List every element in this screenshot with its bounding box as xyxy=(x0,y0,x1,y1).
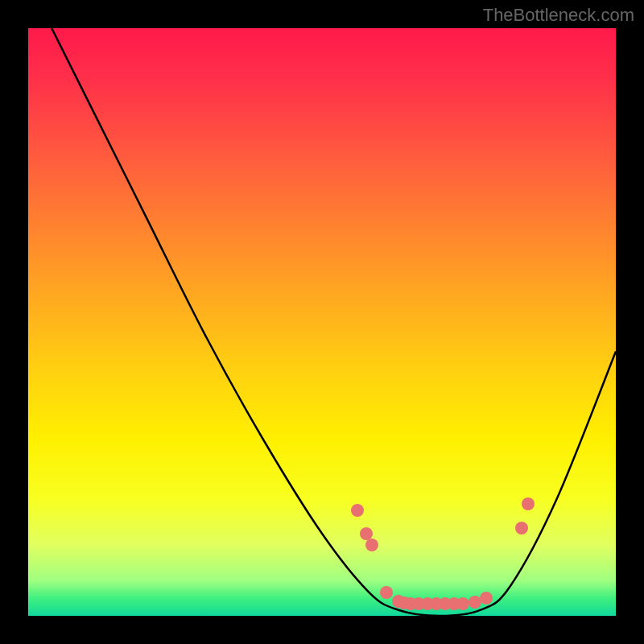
watermark-text: TheBottleneck.com xyxy=(483,5,634,26)
highlight-dot xyxy=(380,586,393,599)
chart-plot-area xyxy=(28,28,616,616)
highlight-dot xyxy=(351,504,364,517)
chart-dots-layer xyxy=(28,28,616,616)
highlight-dot xyxy=(480,592,493,605)
highlight-dot xyxy=(515,522,528,535)
highlight-dot xyxy=(469,596,481,609)
highlight-dot xyxy=(522,497,535,510)
highlight-dot xyxy=(360,527,373,540)
highlight-dot xyxy=(365,539,378,551)
highlight-dot xyxy=(456,597,469,610)
